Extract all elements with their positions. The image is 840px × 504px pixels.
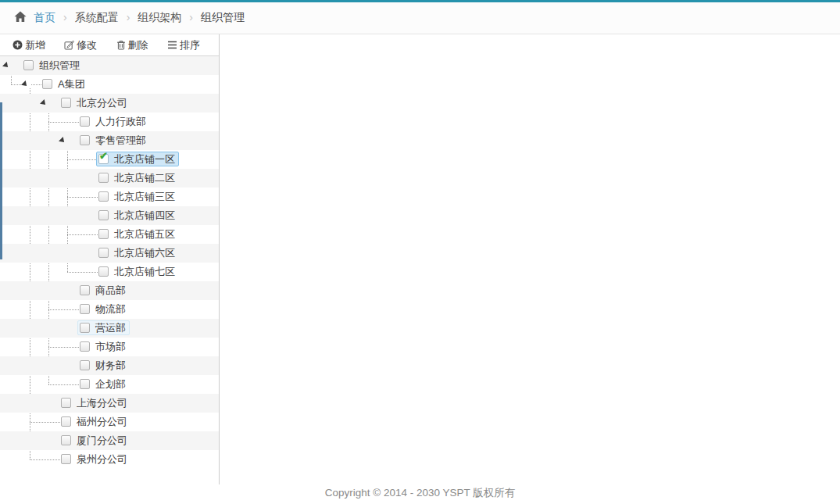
node-checkbox[interactable] (98, 210, 109, 220)
sort-list-icon (167, 41, 177, 49)
tree-row: 人力行政部 (0, 113, 219, 131)
plus-circle-icon (13, 40, 23, 50)
home-icon (14, 11, 27, 25)
tree-node[interactable]: 组织管理 (21, 58, 84, 73)
tree-row: 北京店铺六区 (0, 244, 219, 263)
node-label: 北京店铺二区 (114, 171, 175, 185)
toolbar-button-edit[interactable]: 修改 (55, 35, 106, 55)
tree-row: 商品部 (0, 281, 219, 300)
checkmark-icon: ✔ (99, 151, 108, 161)
toolbar-button-delete[interactable]: 删除 (106, 35, 158, 55)
node-checkbox[interactable] (61, 435, 71, 445)
node-label: 北京分公司 (77, 96, 127, 110)
tree-panel: 新增修改删除排序 组织管理A集团北京分公司人力行政部零售管理部✔北京店铺一区北京… (0, 34, 220, 484)
node-checkbox[interactable] (80, 304, 90, 314)
node-checkbox[interactable] (61, 416, 71, 427)
tree-row: A集团 (0, 75, 219, 94)
expand-toggle-icon[interactable] (21, 80, 29, 88)
tree-node[interactable]: 上海分公司 (59, 395, 131, 410)
tree-node[interactable]: 厦门分公司 (59, 433, 131, 448)
breadcrumb-separator: › (63, 11, 67, 23)
breadcrumb-item[interactable]: 组织架构 (138, 11, 181, 23)
node-checkbox[interactable] (61, 398, 71, 408)
node-checkbox[interactable] (61, 454, 71, 464)
tree-row: 营运部 (0, 319, 219, 338)
tree-node[interactable]: 泉州分公司 (59, 452, 131, 466)
tree-node[interactable]: 企划部 (77, 377, 130, 391)
scrollbar-thumb[interactable] (0, 102, 2, 259)
node-checkbox[interactable] (42, 79, 52, 89)
toolbar-button-sort[interactable]: 排序 (158, 35, 209, 55)
tree-node[interactable]: 北京店铺五区 (96, 227, 179, 241)
expand-toggle-icon[interactable] (40, 99, 48, 107)
node-label: 北京店铺六区 (114, 246, 175, 260)
tree-node[interactable]: 北京店铺四区 (96, 208, 179, 223)
node-checkbox[interactable] (80, 285, 90, 295)
tree-row: 企划部 (0, 375, 219, 394)
breadcrumb-home-link[interactable]: 首页 (14, 11, 55, 25)
expand-toggle-icon[interactable] (2, 62, 10, 70)
tree-node[interactable]: 零售管理部 (77, 133, 150, 148)
breadcrumb-home-label: 首页 (34, 11, 55, 25)
node-checkbox[interactable] (80, 323, 90, 333)
toolbar-button-label: 排序 (180, 38, 200, 52)
breadcrumb-separator: › (127, 11, 130, 23)
node-checkbox[interactable] (98, 173, 109, 183)
tree-node[interactable]: 商品部 (77, 283, 130, 298)
node-label: 企划部 (95, 377, 126, 391)
tree-node[interactable]: 福州分公司 (59, 414, 131, 429)
node-checkbox[interactable] (80, 116, 90, 127)
node-checkbox[interactable] (80, 360, 90, 370)
tree-row: ✔北京店铺一区 (0, 150, 219, 169)
breadcrumb: 首页 ›系统配置›组织架构›组织管理 (0, 2, 840, 34)
tree-node[interactable]: 财务部 (77, 358, 130, 373)
tree-node[interactable]: ✔北京店铺一区 (96, 152, 179, 166)
tree-node[interactable]: 北京分公司 (59, 95, 131, 110)
node-checkbox[interactable] (80, 379, 90, 389)
tree-row: 泉州分公司 (0, 450, 219, 469)
node-checkbox[interactable] (61, 98, 71, 108)
tree-node[interactable]: 北京店铺七区 (96, 264, 179, 279)
expand-toggle-icon[interactable] (59, 137, 66, 145)
tree-node[interactable]: 人力行政部 (77, 114, 150, 129)
tree-node[interactable]: 物流部 (77, 302, 130, 316)
node-label: 物流部 (95, 302, 126, 316)
node-checkbox[interactable]: ✔ (98, 154, 109, 164)
org-tree: 组织管理A集团北京分公司人力行政部零售管理部✔北京店铺一区北京店铺二区北京店铺三… (0, 56, 219, 469)
breadcrumb-item: 组织管理 (201, 11, 245, 23)
node-label: 北京店铺三区 (114, 190, 175, 204)
node-label: 北京店铺五区 (114, 227, 175, 241)
node-checkbox[interactable] (98, 248, 109, 258)
node-label: 人力行政部 (95, 115, 146, 129)
trash-icon (116, 40, 126, 50)
tree-row: 财务部 (0, 356, 219, 375)
node-checkbox[interactable] (80, 341, 90, 352)
node-checkbox[interactable] (80, 135, 90, 145)
tree-row: 北京店铺二区 (0, 169, 219, 188)
node-label: 泉州分公司 (77, 452, 127, 466)
tree-node[interactable]: 北京店铺六区 (96, 245, 179, 260)
breadcrumb-item[interactable]: 系统配置 (75, 11, 119, 23)
breadcrumb-items: ›系统配置›组织架构›组织管理 (55, 11, 245, 25)
node-label: 市场部 (95, 340, 126, 354)
tree-row: 市场部 (0, 338, 219, 356)
tree-node[interactable]: A集团 (40, 77, 89, 91)
toolbar-button-add[interactable]: 新增 (3, 35, 55, 55)
node-checkbox[interactable] (98, 229, 109, 239)
tree-node[interactable]: 营运部 (77, 320, 130, 335)
node-checkbox[interactable] (98, 191, 109, 202)
node-label: 上海分公司 (77, 396, 127, 410)
tree-row: 厦门分公司 (0, 431, 219, 450)
node-label: 商品部 (95, 284, 126, 298)
node-label: 财务部 (95, 359, 126, 373)
node-label: 北京店铺一区 (114, 152, 175, 166)
node-label: 营运部 (95, 321, 126, 335)
footer-copyright: Copyright © 2014 - 2030 YSPT 版权所有 (0, 484, 840, 502)
node-checkbox[interactable] (23, 60, 34, 70)
node-label: 组织管理 (39, 59, 80, 73)
tree-row: 北京店铺四区 (0, 206, 219, 225)
tree-node[interactable]: 市场部 (77, 339, 130, 354)
tree-node[interactable]: 北京店铺二区 (96, 170, 179, 185)
node-checkbox[interactable] (98, 266, 109, 277)
tree-node[interactable]: 北京店铺三区 (96, 189, 179, 204)
